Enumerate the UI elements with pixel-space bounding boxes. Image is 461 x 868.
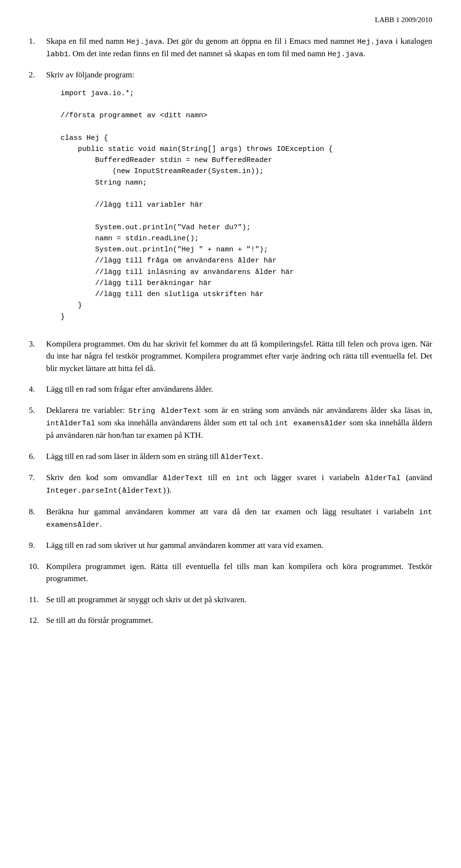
item-paragraph: Skapa en fil med namn Hej.java. Det gör … bbox=[46, 35, 432, 61]
code-inline: ålderText bbox=[221, 453, 261, 461]
list-item: 9. Lägg till en rad som skriver ut hur g… bbox=[29, 539, 432, 552]
page-content: LABB 1 2009/2010 1. Skapa en fil med nam… bbox=[29, 14, 432, 627]
item-content: Skriv av följande program: import java.i… bbox=[46, 69, 432, 329]
item-paragraph: Skriv den kod som omvandlar ålderText ti… bbox=[46, 471, 432, 497]
item-content: Skapa en fil med namn Hej.java. Det gör … bbox=[46, 35, 432, 61]
list-item: 1. Skapa en fil med namn Hej.java. Det g… bbox=[29, 35, 432, 61]
item-content: Skriv den kod som omvandlar ålderText ti… bbox=[46, 471, 432, 497]
code-inline: Hej.java bbox=[357, 37, 393, 46]
list-item: 3. Kompilera programmet. Om du har skriv… bbox=[29, 338, 432, 375]
item-paragraph: Lägg till en rad som läser in åldern som… bbox=[46, 450, 432, 463]
code-inline: Integer.parseInt(ålderText) bbox=[46, 486, 167, 495]
item-paragraph: Kompilera programmet igen. Rätta till ev… bbox=[46, 560, 432, 585]
item-content: Beräkna hur gammal användaren kommer att… bbox=[46, 506, 432, 531]
item-number: 2. bbox=[29, 69, 46, 81]
list-item: 5. Deklarera tre variabler: String ålder… bbox=[29, 404, 432, 442]
item-paragraph: Se till att du förstår programmet. bbox=[46, 614, 432, 627]
item-paragraph: Lägg till en rad som frågar efter använd… bbox=[46, 383, 432, 396]
code-inline: ålderTal bbox=[365, 474, 400, 483]
item-content: Lägg till en rad som läser in åldern som… bbox=[46, 450, 432, 463]
item-paragraph: Se till att programmet är snyggt och skr… bbox=[46, 594, 432, 606]
item-number: 3. bbox=[29, 338, 46, 350]
item-number: 9. bbox=[29, 539, 46, 552]
code-inline: Hej.java bbox=[328, 50, 363, 59]
code-inline: int examensålder bbox=[46, 508, 432, 529]
list-item: 7. Skriv den kod som omvandlar ålderText… bbox=[29, 471, 432, 497]
item-paragraph: Beräkna hur gammal användaren kommer att… bbox=[46, 506, 432, 531]
item-paragraph: Kompilera programmet. Om du har skrivit … bbox=[46, 338, 432, 375]
item-number: 10. bbox=[29, 560, 46, 573]
item-paragraph: Deklarera tre variabler: String ålderTex… bbox=[46, 404, 432, 442]
code-inline: Hej.java bbox=[126, 37, 162, 46]
code-inline: intålderTal bbox=[46, 419, 95, 428]
list-item: 10. Kompilera programmet igen. Rätta til… bbox=[29, 560, 432, 585]
item-content: Se till att du förstår programmet. bbox=[46, 614, 432, 627]
code-inline: String ålderText bbox=[128, 407, 201, 415]
header-text: LABB 1 2009/2010 bbox=[375, 16, 432, 24]
item-number: 12. bbox=[29, 614, 46, 627]
item-number: 6. bbox=[29, 450, 46, 463]
item-paragraph: Lägg till en rad som skriver ut hur gamm… bbox=[46, 539, 432, 552]
item-number: 5. bbox=[29, 404, 46, 417]
code-block: import java.io.*; //första programmet av… bbox=[61, 88, 432, 322]
item-content: Kompilera programmet. Om du har skrivit … bbox=[46, 338, 432, 375]
item-content: Deklarera tre variabler: String ålderTex… bbox=[46, 404, 432, 442]
list-item: 2. Skriv av följande program: import jav… bbox=[29, 69, 432, 329]
list-item: 4. Lägg till en rad som frågar efter anv… bbox=[29, 383, 432, 396]
code-inline: ålderText bbox=[163, 474, 203, 483]
item-number: 4. bbox=[29, 383, 46, 396]
code-inline: labb1 bbox=[46, 50, 69, 59]
list-item: 12. Se till att du förstår programmet. bbox=[29, 614, 432, 627]
list-item: 11. Se till att programmet är snyggt och… bbox=[29, 594, 432, 606]
item-number: 7. bbox=[29, 471, 46, 484]
item-content: Kompilera programmet igen. Rätta till ev… bbox=[46, 560, 432, 585]
list-item: 6. Lägg till en rad som läser in åldern … bbox=[29, 450, 432, 463]
item-number: 1. bbox=[29, 35, 46, 48]
item-content: Lägg till en rad som skriver ut hur gamm… bbox=[46, 539, 432, 552]
item-content: Lägg till en rad som frågar efter använd… bbox=[46, 383, 432, 396]
list-item: 8. Beräkna hur gammal användaren kommer … bbox=[29, 506, 432, 531]
item-content: Se till att programmet är snyggt och skr… bbox=[46, 594, 432, 606]
code-inline: int examensålder bbox=[275, 419, 347, 428]
code-inline: int bbox=[235, 474, 249, 483]
item-number: 8. bbox=[29, 506, 46, 518]
item-paragraph: Skriv av följande program: bbox=[46, 69, 432, 81]
main-list: 1. Skapa en fil med namn Hej.java. Det g… bbox=[29, 35, 432, 627]
item-number: 11. bbox=[29, 594, 46, 606]
page-header: LABB 1 2009/2010 bbox=[29, 14, 432, 25]
